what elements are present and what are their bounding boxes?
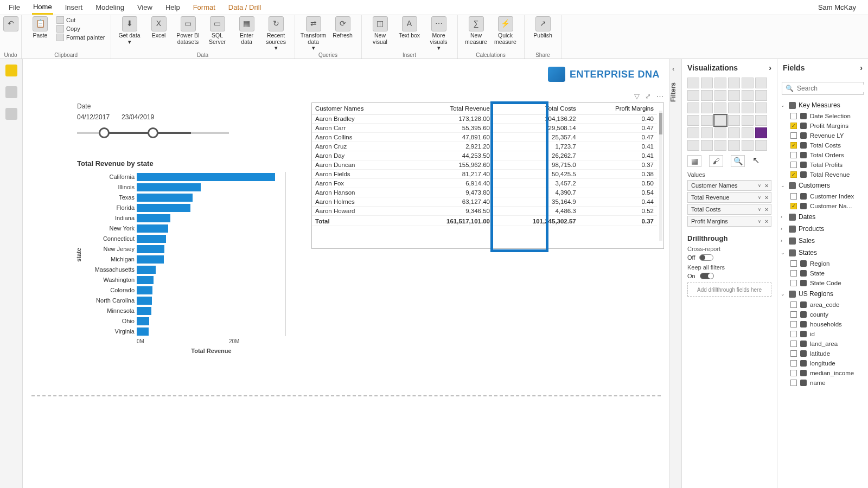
table-row[interactable]: Aaron Holmes63,127.4035,164.90.44 bbox=[312, 197, 657, 207]
fields-tab[interactable]: ▦ bbox=[687, 155, 701, 167]
value-well-item[interactable]: Profit Margins∨✕ bbox=[687, 216, 771, 227]
bar-row[interactable]: Virginia bbox=[77, 326, 280, 336]
viz-type-icon[interactable] bbox=[742, 102, 754, 113]
viz-type-icon[interactable] bbox=[687, 102, 699, 113]
field-checkbox[interactable]: ✓ bbox=[790, 203, 797, 209]
tab-insert[interactable]: Insert bbox=[64, 1, 84, 14]
table-visual[interactable]: ▽ ⤢ ⋯ Customer Names Total Revenue Total… bbox=[311, 102, 664, 249]
pbi-datasets-button[interactable]: ▭Power BI datasets bbox=[175, 16, 201, 45]
field-checkbox[interactable] bbox=[790, 370, 797, 376]
slider-handle-to[interactable] bbox=[148, 127, 158, 138]
field-checkbox[interactable] bbox=[790, 270, 797, 277]
fields-field[interactable]: State bbox=[781, 268, 865, 278]
format-painter-button[interactable]: Format painter bbox=[56, 34, 105, 41]
bar[interactable] bbox=[137, 307, 151, 315]
table-row[interactable]: Aaron Day44,253.5026,262.70.41 bbox=[312, 151, 657, 160]
bar-row[interactable]: New Jersey bbox=[77, 244, 280, 254]
viz-type-icon[interactable] bbox=[687, 127, 699, 138]
viz-type-icon[interactable] bbox=[687, 140, 699, 151]
field-checkbox[interactable]: ✓ bbox=[790, 123, 797, 129]
field-checkbox[interactable] bbox=[790, 152, 797, 158]
col-customer[interactable]: Customer Names bbox=[312, 103, 407, 114]
viz-type-icon[interactable] bbox=[742, 115, 754, 126]
field-checkbox[interactable] bbox=[790, 331, 797, 337]
field-checkbox[interactable]: ✓ bbox=[790, 142, 797, 149]
fields-field[interactable]: ✓Profit Margins bbox=[781, 121, 865, 131]
bar-row[interactable]: Massachusetts bbox=[77, 265, 280, 274]
fields-table[interactable]: ›Products bbox=[781, 223, 865, 235]
viz-type-icon[interactable] bbox=[728, 102, 740, 113]
more-visuals-button[interactable]: ⋯More visuals▾ bbox=[426, 16, 452, 52]
fields-field[interactable]: county bbox=[781, 310, 865, 319]
fields-field[interactable]: id bbox=[781, 329, 865, 339]
viz-type-icon[interactable] bbox=[728, 140, 740, 151]
table-row[interactable]: Aaron Fox6,914.403,457.20.50 bbox=[312, 179, 657, 188]
viz-type-icon[interactable] bbox=[714, 102, 726, 113]
filters-expand-icon[interactable]: ‹ bbox=[672, 65, 674, 73]
bar-row[interactable]: North Carolina bbox=[77, 296, 280, 305]
fields-table[interactable]: ⌄States bbox=[781, 247, 865, 259]
bar[interactable] bbox=[137, 194, 193, 202]
tab-format[interactable]: Format bbox=[192, 1, 216, 14]
field-checkbox[interactable] bbox=[790, 280, 797, 286]
more-icon[interactable]: ⋯ bbox=[656, 92, 663, 100]
bar[interactable] bbox=[137, 286, 152, 294]
get-data-button[interactable]: ⬇Get data▾ bbox=[117, 16, 143, 45]
viz-type-icon[interactable] bbox=[755, 115, 767, 126]
bar-row[interactable]: California bbox=[77, 172, 280, 182]
bar[interactable] bbox=[137, 317, 149, 325]
viz-type-icon[interactable] bbox=[742, 140, 754, 151]
bar-row[interactable]: Texas bbox=[77, 192, 280, 202]
viz-type-icon[interactable] bbox=[701, 102, 713, 113]
viz-type-icon[interactable] bbox=[742, 90, 754, 101]
field-checkbox[interactable] bbox=[790, 311, 797, 318]
cross-report-toggle[interactable] bbox=[699, 254, 713, 261]
fields-field[interactable]: land_area bbox=[781, 339, 865, 349]
viz-type-icon[interactable] bbox=[714, 127, 726, 138]
fields-field[interactable]: Total Profits bbox=[781, 160, 865, 170]
bar-row[interactable]: New York bbox=[77, 223, 280, 233]
col-profit-margins[interactable]: Profit Margins bbox=[579, 103, 657, 114]
publish-button[interactable]: ↗Publish bbox=[530, 16, 556, 39]
signed-in-user[interactable]: Sam McKay bbox=[818, 3, 856, 11]
viz-type-icon[interactable] bbox=[728, 127, 740, 138]
viz-type-icon[interactable] bbox=[714, 115, 726, 126]
well-remove-icon[interactable]: ✕ bbox=[764, 207, 769, 213]
viz-type-icon[interactable] bbox=[714, 140, 726, 151]
field-checkbox[interactable] bbox=[790, 113, 797, 119]
bar[interactable] bbox=[137, 173, 275, 181]
bar-row[interactable]: Florida bbox=[77, 203, 280, 213]
date-slicer[interactable]: Date 04/12/2017 23/04/2019 bbox=[77, 102, 229, 139]
bar[interactable] bbox=[137, 204, 190, 212]
slider-handle-from[interactable] bbox=[99, 127, 110, 138]
field-checkbox[interactable] bbox=[790, 132, 797, 139]
analytics-tab[interactable]: 🔍 bbox=[731, 155, 745, 167]
fields-field[interactable]: name bbox=[781, 378, 865, 388]
field-checkbox[interactable] bbox=[790, 360, 797, 367]
refresh-button[interactable]: ⟳Refresh bbox=[330, 16, 356, 39]
table-scrollbar[interactable] bbox=[659, 111, 662, 241]
value-well-item[interactable]: Total Costs∨✕ bbox=[687, 204, 771, 215]
fields-field[interactable]: latitude bbox=[781, 349, 865, 358]
fields-field[interactable]: area_code bbox=[781, 300, 865, 310]
drillthrough-dropzone[interactable]: Add drillthrough fields here bbox=[687, 282, 771, 297]
text-box-button[interactable]: AText box bbox=[397, 16, 423, 39]
tab-file[interactable]: File bbox=[8, 1, 21, 14]
field-checkbox[interactable] bbox=[790, 301, 797, 308]
fields-table[interactable]: ⌄Key Measures bbox=[781, 99, 865, 111]
paste-button[interactable]: 📋Paste bbox=[27, 16, 53, 39]
tab-help[interactable]: Help bbox=[164, 1, 181, 14]
fields-field[interactable]: State Code bbox=[781, 278, 865, 288]
viz-type-icon[interactable] bbox=[687, 90, 699, 101]
enter-data-button[interactable]: ▦Enter data bbox=[234, 16, 260, 45]
viz-type-icon[interactable] bbox=[687, 115, 699, 126]
fields-field[interactable]: Revenue LY bbox=[781, 131, 865, 140]
bar[interactable] bbox=[137, 266, 156, 274]
bar[interactable] bbox=[137, 235, 166, 243]
fields-field[interactable]: longitude bbox=[781, 358, 865, 368]
bar[interactable] bbox=[137, 255, 164, 264]
fields-field[interactable]: ✓Customer Na... bbox=[781, 201, 865, 211]
value-well-item[interactable]: Customer Names∨✕ bbox=[687, 180, 771, 191]
well-remove-icon[interactable]: ✕ bbox=[764, 183, 769, 189]
col-costs[interactable]: Total Costs bbox=[493, 103, 579, 114]
